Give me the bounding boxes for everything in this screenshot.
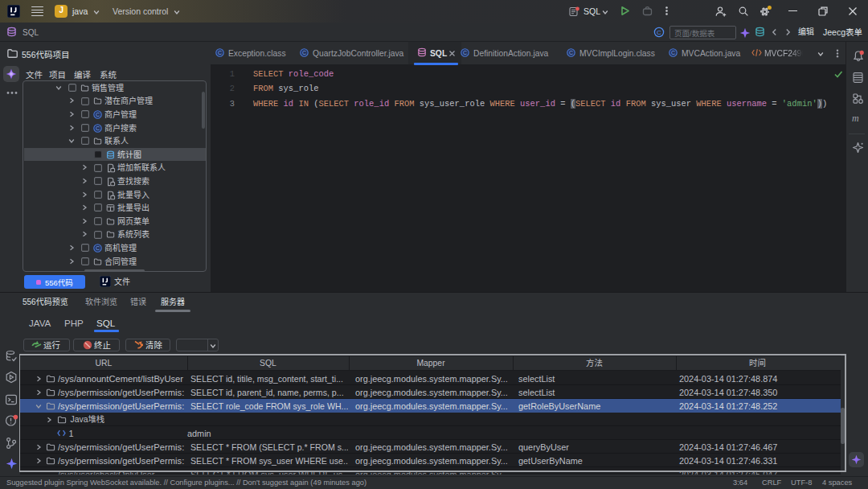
svg-text:C: C bbox=[96, 112, 100, 117]
svg-text:C: C bbox=[463, 50, 467, 55]
svg-text:C: C bbox=[657, 29, 661, 36]
svg-text:C: C bbox=[302, 50, 306, 55]
svg-text:C: C bbox=[671, 50, 675, 55]
svg-text:C: C bbox=[218, 50, 222, 55]
svg-text:C: C bbox=[96, 245, 100, 251]
svg-text:C: C bbox=[96, 125, 100, 131]
svg-text:C: C bbox=[569, 50, 573, 55]
